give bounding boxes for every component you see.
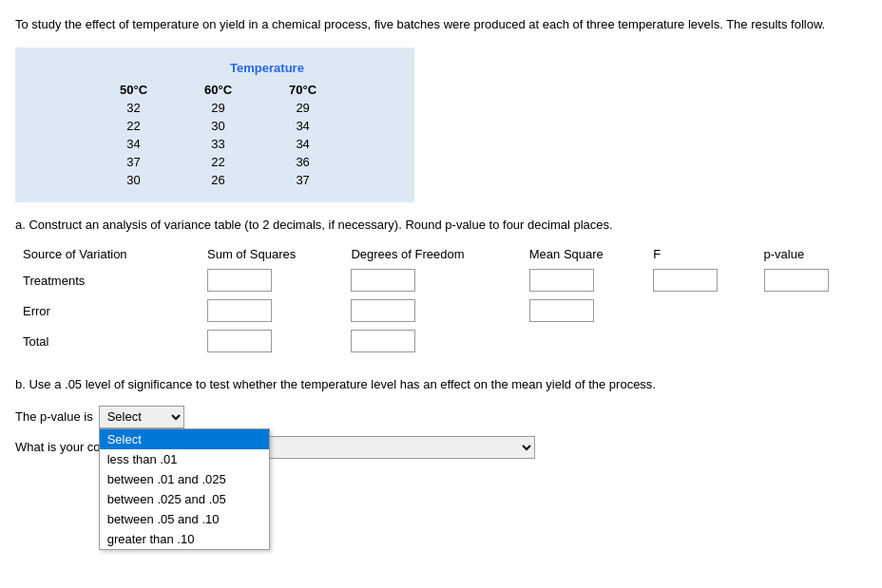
dropdown-item-05-10[interactable]: between .05 and .10 xyxy=(100,509,269,529)
dropdown-item-gt10[interactable]: greater than .10 xyxy=(100,529,269,549)
treatments-ss-input[interactable] xyxy=(207,269,272,292)
anova-header-f: F xyxy=(645,243,756,265)
treatments-df-input[interactable] xyxy=(351,269,415,292)
col-header-70: 70°C xyxy=(260,81,345,99)
temp-cell: 29 xyxy=(260,99,345,117)
temp-cell: 32 xyxy=(91,99,176,117)
temp-cell: 29 xyxy=(176,99,260,117)
error-ss-input[interactable] xyxy=(207,299,272,322)
anova-header-p: p-value xyxy=(757,243,867,265)
pvalue-dropdown-open: Select less than .01 between .01 and .02… xyxy=(99,428,270,550)
error-label: Error xyxy=(15,295,200,326)
temp-cell: 34 xyxy=(260,135,345,153)
temp-cell: 36 xyxy=(260,153,345,171)
anova-header-ss: Sum of Squares xyxy=(200,243,343,265)
pvalue-label: The p-value is xyxy=(15,409,93,424)
dropdown-item-select[interactable]: Select xyxy=(100,429,269,449)
temp-cell: 26 xyxy=(176,171,260,189)
anova-header-source: Source of Variation xyxy=(15,243,200,265)
treatments-ms-input[interactable] xyxy=(529,269,594,292)
error-df-input[interactable] xyxy=(351,299,415,322)
temp-cell: 30 xyxy=(91,171,176,189)
anova-header-df: Degrees of Freedom xyxy=(343,243,521,265)
intro-text: To study the effect of temperature on yi… xyxy=(15,15,867,34)
anova-row-total: Total xyxy=(15,326,867,356)
total-ss-input[interactable] xyxy=(207,330,272,352)
dropdown-item-01-025[interactable]: between .01 and .025 xyxy=(100,469,269,489)
temperature-data-table: 50°C 60°C 70°C 3229292230343433343722363… xyxy=(91,81,345,189)
error-ms-input[interactable] xyxy=(529,299,594,322)
dropdown-item-025-05[interactable]: between .025 and .05 xyxy=(100,489,269,509)
pvalue-select[interactable]: Select less than .01 between .01 and .02… xyxy=(99,406,184,428)
section-a-text: a. Construct an analysis of variance tab… xyxy=(15,216,867,235)
col-header-50: 50°C xyxy=(91,81,176,99)
dropdown-item-lt01[interactable]: less than .01 xyxy=(100,449,269,469)
total-label: Total xyxy=(15,326,200,356)
temp-cell: 22 xyxy=(176,153,260,171)
treatments-f-input[interactable] xyxy=(653,269,718,292)
col-header-60: 60°C xyxy=(176,81,260,99)
temp-cell: 37 xyxy=(91,153,176,171)
temperature-table-container: Temperature 50°C 60°C 70°C 3229292230343… xyxy=(15,47,414,202)
total-df-input[interactable] xyxy=(351,330,415,352)
conclusion-second-select[interactable] xyxy=(250,436,535,459)
temp-cell: 33 xyxy=(176,135,260,153)
anova-row-treatments: Treatments xyxy=(15,265,867,295)
pvalue-dropdown-container: Select less than .01 between .01 and .02… xyxy=(99,406,184,428)
temp-cell: 30 xyxy=(176,117,260,135)
anova-header-ms: Mean Square xyxy=(522,243,645,265)
temp-cell: 37 xyxy=(260,171,345,189)
treatments-p-input[interactable] xyxy=(764,269,829,292)
treatments-label: Treatments xyxy=(15,265,200,295)
temp-cell: 34 xyxy=(260,117,345,135)
temp-cell: 34 xyxy=(91,135,176,153)
temperature-header: Temperature xyxy=(148,61,386,75)
anova-row-error: Error xyxy=(15,295,867,326)
pvalue-row: The p-value is Select less than .01 betw… xyxy=(15,406,867,428)
section-b-text: b. Use a .05 level of significance to te… xyxy=(15,375,867,394)
temp-cell: 22 xyxy=(91,117,176,135)
anova-table: Source of Variation Sum of Squares Degre… xyxy=(15,243,867,356)
